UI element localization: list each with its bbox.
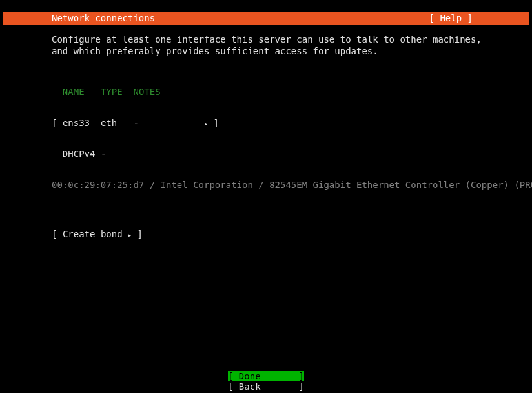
interface-table: NAME TYPE NOTES [ ens33 eth - ▸ ] DHCPv4… (52, 66, 491, 211)
bracket-close: ] (299, 381, 304, 392)
bracket-open: [ (228, 371, 233, 381)
bracket-open: [ (52, 118, 57, 128)
page-title: Network connections (3, 13, 155, 23)
help-button[interactable]: [ Help ] (429, 13, 529, 23)
header-bar: Network connections [ Help ] (3, 12, 529, 25)
dhcp-label: DHCPv4 (63, 149, 96, 159)
back-button[interactable]: [ Back ] (228, 381, 304, 392)
bracket-open: [ (52, 229, 57, 239)
installer-screen: Network connections [ Help ] Configure a… (3, 12, 529, 393)
col-notes: NOTES (133, 87, 160, 97)
create-bond-label: Create bond (63, 229, 123, 239)
interface-row[interactable]: [ ens33 eth - ▸ ] (52, 118, 491, 128)
bracket-open: [ (228, 381, 233, 392)
bracket-close: ] (138, 229, 143, 239)
col-name: NAME (63, 87, 85, 97)
content-area: Configure at least one interface this se… (3, 25, 529, 239)
iface-name: ens33 (63, 118, 90, 128)
chevron-right-icon: ▸ (128, 231, 132, 239)
back-label: Back (239, 381, 261, 392)
bracket-close: ] (299, 371, 304, 381)
col-type: TYPE (101, 87, 123, 97)
table-header-row: NAME TYPE NOTES (52, 87, 491, 97)
chevron-right-icon: ▸ (204, 120, 208, 127)
done-button[interactable]: [ Done ] (228, 371, 304, 381)
iface-type: eth (101, 118, 117, 128)
dhcp-row: DHCPv4 - (52, 149, 491, 159)
bracket-close: ] (214, 118, 219, 128)
description-text: Configure at least one interface this se… (52, 34, 491, 57)
footer-buttons: [ Done ] [ Back ] (3, 371, 529, 392)
iface-notes: - (133, 118, 138, 128)
create-bond-button[interactable]: [ Create bond ▸ ] (52, 229, 491, 239)
interface-detail: 00:0c:29:07:25:d7 / Intel Corporation / … (52, 180, 491, 190)
dhcp-value: - (101, 149, 106, 159)
done-label: Done (239, 371, 261, 381)
